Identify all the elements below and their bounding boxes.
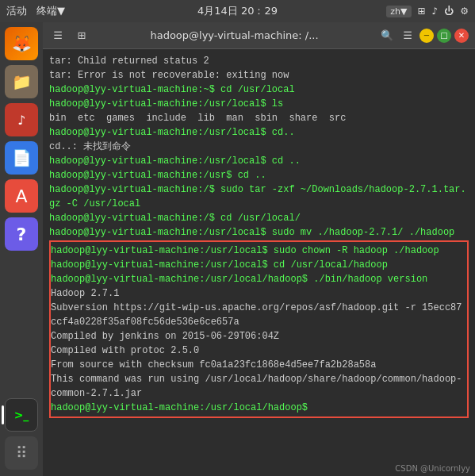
sidebar-item-apps[interactable]: ⠿	[5, 436, 38, 470]
terminal-title: hadoop@lyy-virtual-machine: /...	[97, 29, 372, 41]
terminal-line: hadoop@lyy-virtual-machine:/usr/local/ha…	[51, 401, 467, 415]
terminal-controls: 🔍 ☰ − □ ✕	[378, 27, 469, 44]
terminal-menu[interactable]: 终端▼	[36, 4, 65, 18]
sidebar-item-doc[interactable]: 📄	[5, 141, 38, 175]
terminal-line: hadoop@lyy-virtual-machine:/$ cd /usr/lo…	[49, 211, 469, 225]
network-icon[interactable]: ⊞	[418, 6, 426, 17]
power-icon[interactable]: ⏻	[444, 6, 454, 17]
terminal-titlebar: ☰ ⊞ hadoop@lyy-virtual-machine: /... 🔍 ☰…	[43, 22, 475, 49]
terminal-menu-icon[interactable]: ☰	[49, 27, 67, 44]
watermark: CSDN @Unicornlyy	[395, 464, 470, 473]
sidebar-item-software[interactable]: A	[5, 179, 38, 213]
terminal-line: Hadoop 2.7.1	[51, 286, 467, 301]
terminal-line: hadoop@lyy-virtual-machine:~$ cd /usr/lo…	[49, 83, 469, 97]
terminal-output[interactable]: tar: Child returned status 2tar: Error i…	[43, 49, 475, 476]
activities-label[interactable]: 活动	[6, 4, 27, 18]
volume-icon[interactable]: ♪	[432, 6, 439, 17]
terminal-tab-icon[interactable]: ⊞	[73, 27, 90, 44]
terminal-line: hadoop@lyy-virtual-machine:/usr/local$ c…	[51, 258, 467, 272]
close-button[interactable]: ✕	[454, 29, 469, 43]
sidebar-item-firefox[interactable]: 🦊	[5, 27, 38, 60]
terminal-line: tar: Child returned status 2	[49, 54, 469, 68]
main-content: ☰ ⊞ hadoop@lyy-virtual-machine: /... 🔍 ☰…	[43, 22, 475, 476]
terminal-line: hadoop@lyy-virtual-machine:/usr/local$ c…	[49, 125, 469, 140]
minimize-button[interactable]: −	[419, 29, 434, 43]
highlighted-block: hadoop@lyy-virtual-machine:/usr/local$ s…	[49, 240, 469, 418]
terminal-line: hadoop@lyy-virtual-machine:/usr$ cd ..	[49, 168, 469, 182]
terminal-line: From source with checksum fc0a1a23fc1868…	[51, 358, 467, 372]
top-bar-left: 活动 终端▼	[6, 4, 65, 18]
settings-icon[interactable]: ⚙	[460, 6, 469, 17]
datetime: 4月14日 20：29	[197, 4, 278, 18]
sidebar-item-help[interactable]: ?	[5, 217, 38, 251]
terminal-line: This command was run using /usr/local/ha…	[51, 372, 467, 401]
terminal-line: hadoop@lyy-virtual-machine:/usr/local$ s…	[49, 225, 469, 240]
terminal-line: hadoop@lyy-virtual-machine:/usr/local$ s…	[51, 244, 467, 258]
terminal-line: bin etc games include lib man sbin share…	[49, 111, 469, 125]
terminal-line: hadoop@lyy-virtual-machine:/usr/local/ha…	[51, 272, 467, 286]
top-bar: 活动 终端▼ 4月14日 20：29 zh▼ ⊞ ♪ ⏻ ⚙	[0, 0, 475, 22]
sidebar-item-terminal[interactable]: >_	[5, 398, 38, 432]
maximize-button[interactable]: □	[437, 29, 451, 43]
menu-icon[interactable]: ☰	[399, 27, 416, 44]
terminal-line: Compiled with protoc 2.5.0	[51, 344, 467, 358]
terminal-line: Subversion https://git-wip-us.apache.org…	[51, 301, 467, 329]
search-icon[interactable]: 🔍	[378, 27, 396, 44]
terminal-line: Compiled by jenkins on 2015-06-29T06:04Z	[51, 329, 467, 344]
sidebar: 🦊 📁 ♪ 📄 A ? >_ ⠿	[0, 22, 43, 476]
terminal-line: hadoop@lyy-virtual-machine:/usr/local$ l…	[49, 97, 469, 111]
sidebar-item-music[interactable]: ♪	[5, 103, 38, 136]
terminal-line: hadoop@lyy-virtual-machine:/$ sudo tar -…	[49, 182, 469, 211]
terminal-line: cd..: 未找到命令	[49, 140, 469, 154]
terminal-line: tar: Error is not recoverable: exiting n…	[49, 68, 469, 83]
top-bar-right: zh▼ ⊞ ♪ ⏻ ⚙	[386, 6, 469, 17]
terminal-line: hadoop@lyy-virtual-machine:/usr/local$ c…	[49, 154, 469, 168]
lang-selector[interactable]: zh▼	[386, 6, 411, 17]
sidebar-item-files[interactable]: 📁	[5, 65, 38, 98]
